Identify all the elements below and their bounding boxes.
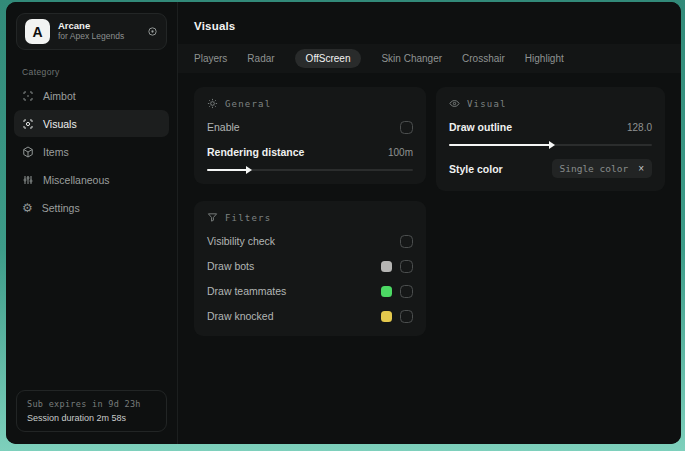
filters-panel: Filters Visibility check Draw bots Draw … [194,201,426,336]
rendering-distance-slider[interactable] [207,169,413,171]
app-logo: A [25,19,50,44]
sliders-icon [22,174,34,186]
target-icon[interactable] [147,26,158,37]
filter-row-draw-knocked: Draw knocked [207,309,413,323]
eye-icon [449,98,460,109]
slider-thumb[interactable] [549,141,555,149]
sidebar-item-settings[interactable]: ⚙ Settings [14,194,169,221]
filter-label: Draw knocked [207,310,381,322]
general-panel: General Enable Rendering distance 100m [194,87,426,184]
sidebar-nav: Aimbot Visuals Items [6,82,177,221]
draw-teammates-checkbox[interactable] [400,285,413,298]
draw-teammates-color-swatch[interactable] [381,286,392,297]
gear-icon: ⚙ [22,202,33,214]
sidebar-item-aimbot[interactable]: Aimbot [14,82,169,109]
session-duration-text: Session duration 2m 58s [27,413,156,423]
panel-title: General [225,99,271,109]
crosshair-icon [22,90,34,102]
filter-label: Draw bots [207,260,381,272]
tab-bar: Players Radar OffScreen Skin Changer Cro… [178,44,681,73]
sidebar: A Arcane for Apex Legends Category [6,2,178,444]
clear-icon[interactable]: × [638,164,644,174]
sidebar-item-miscellaneous[interactable]: Miscellaneous [14,166,169,193]
enable-row: Enable [207,120,413,134]
filter-label: Visibility check [207,235,400,247]
sidebar-item-label: Miscellaneous [43,174,110,186]
sidebar-item-visuals[interactable]: Visuals [14,110,169,137]
sidebar-item-label: Aimbot [43,90,76,102]
tab-offscreen[interactable]: OffScreen [295,49,362,68]
sidebar-item-label: Visuals [43,118,77,130]
style-color-label: Style color [449,163,552,175]
draw-knocked-checkbox[interactable] [400,310,413,323]
rendering-distance-value: 100m [388,147,413,158]
rendering-distance-label: Rendering distance [207,146,388,158]
content-grid: General Enable Rendering distance 100m [178,73,681,350]
sidebar-item-items[interactable]: Items [14,138,169,165]
page-title: Visuals [178,2,681,44]
tab-radar[interactable]: Radar [247,49,274,68]
slider-thumb[interactable] [246,166,252,174]
panel-title: Filters [225,213,271,223]
rendering-distance-row: Rendering distance 100m [207,145,413,159]
draw-knocked-color-swatch[interactable] [381,311,392,322]
tab-highlight[interactable]: Highlight [525,49,564,68]
visibility-check-checkbox[interactable] [400,235,413,248]
logo-card: A Arcane for Apex Legends [16,13,167,50]
tab-crosshair[interactable]: Crosshair [462,49,505,68]
sidebar-item-label: Items [43,146,69,158]
draw-outline-slider[interactable] [449,144,652,146]
cube-icon [22,146,34,158]
tab-players[interactable]: Players [194,49,227,68]
eye-scan-icon [22,118,34,130]
app-subtitle: for Apex Legends [58,32,139,42]
filter-row-visibility-check: Visibility check [207,234,413,248]
style-color-row: Style color Single color × [449,159,652,178]
sub-expires-text: Sub expires in 9d 23h [27,399,156,409]
category-label: Category [22,67,161,77]
filter-row-draw-bots: Draw bots [207,259,413,273]
draw-outline-label: Draw outline [449,121,627,133]
draw-bots-checkbox[interactable] [400,260,413,273]
enable-label: Enable [207,121,400,133]
style-color-value: Single color [560,163,629,174]
draw-bots-color-swatch[interactable] [381,261,392,272]
panel-title: Visual [467,99,507,109]
subscription-info-card: Sub expires in 9d 23h Session duration 2… [16,390,167,432]
draw-outline-value: 128.0 [627,122,652,133]
sidebar-item-label: Settings [42,202,80,214]
filter-row-draw-teammates: Draw teammates [207,284,413,298]
sun-icon [207,98,218,109]
filter-label: Draw teammates [207,285,381,297]
draw-outline-row: Draw outline 128.0 [449,120,652,134]
app-window: A Arcane for Apex Legends Category [6,2,681,444]
style-color-select[interactable]: Single color × [552,159,652,178]
funnel-icon [207,212,218,223]
enable-checkbox[interactable] [400,121,413,134]
visual-panel: Visual Draw outline 128.0 Style color Si… [436,87,665,191]
main-area: Visuals Players Radar OffScreen Skin Cha… [178,2,681,444]
tab-skin-changer[interactable]: Skin Changer [381,49,442,68]
